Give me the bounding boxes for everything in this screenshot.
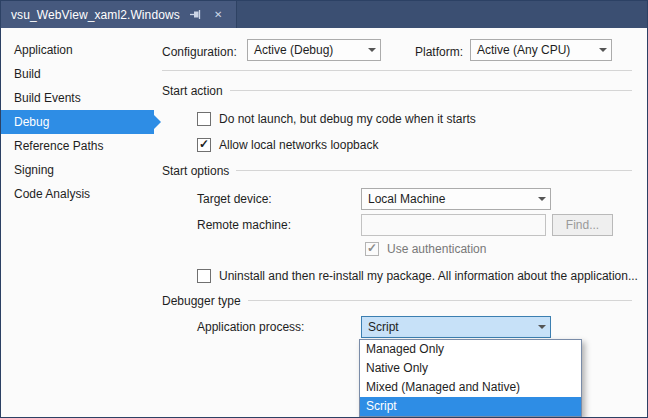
- checkbox-label: Allow local networks loopback: [219, 138, 378, 152]
- check-icon: ✓: [199, 138, 209, 150]
- checkbox-box[interactable]: ✓: [197, 138, 211, 152]
- chevron-down-icon: [533, 189, 550, 209]
- document-tab-title: vsu_WebView_xaml2.Windows: [11, 8, 180, 22]
- configuration-value: Active (Debug): [248, 40, 363, 60]
- checkbox-box[interactable]: [197, 269, 211, 283]
- target-device-select[interactable]: Local Machine: [361, 188, 551, 210]
- start-action-title: Start action: [162, 84, 223, 98]
- sidebar-item-code-analysis[interactable]: Code Analysis: [1, 182, 154, 206]
- debugger-type-title: Debugger type: [162, 294, 241, 308]
- section-divider: [248, 300, 632, 301]
- application-process-value: Script: [362, 317, 533, 337]
- dropdown-option-managed-only[interactable]: Managed Only: [360, 340, 581, 359]
- start-action-section-header: Start action: [162, 83, 632, 98]
- remote-machine-input[interactable]: [361, 214, 546, 236]
- chevron-down-icon: [363, 40, 380, 60]
- chevron-down-icon: [594, 40, 611, 60]
- dropdown-option-native-only[interactable]: Native Only: [360, 359, 581, 378]
- sidebar: Application Build Build Events Debug Ref…: [1, 28, 154, 417]
- debugger-type-section-header: Debugger type: [162, 293, 632, 308]
- sidebar-item-build-events[interactable]: Build Events: [1, 86, 154, 110]
- pin-icon[interactable]: [188, 7, 203, 22]
- checkbox-do-not-launch[interactable]: Do not launch, but debug my code when it…: [197, 111, 476, 127]
- checkbox-box[interactable]: ✓: [365, 242, 379, 256]
- sidebar-item-build[interactable]: Build: [1, 62, 154, 86]
- application-process-select[interactable]: Script: [361, 316, 551, 338]
- configuration-select[interactable]: Active (Debug): [247, 39, 381, 61]
- sidebar-item-signing[interactable]: Signing: [1, 158, 154, 182]
- chevron-down-icon: [533, 317, 550, 337]
- platform-value: Active (Any CPU): [471, 40, 594, 60]
- sidebar-item-debug[interactable]: Debug: [1, 110, 154, 134]
- remote-machine-label: Remote machine:: [197, 214, 291, 236]
- sidebar-item-application[interactable]: Application: [1, 38, 154, 62]
- application-process-label: Application process:: [197, 316, 304, 338]
- document-tab-bar: vsu_WebView_xaml2.Windows ✕: [1, 1, 647, 28]
- application-process-dropdown: Managed Only Native Only Mixed (Managed …: [359, 339, 582, 417]
- document-tab[interactable]: vsu_WebView_xaml2.Windows ✕: [1, 1, 237, 28]
- close-icon[interactable]: ✕: [211, 7, 226, 22]
- platform-label: Platform:: [415, 41, 463, 63]
- find-button[interactable]: Find...: [552, 214, 613, 236]
- checkbox-label: Uninstall and then re-install my package…: [219, 269, 638, 283]
- config-divider: [162, 70, 632, 71]
- project-properties-window: vsu_WebView_xaml2.Windows ✕ Application …: [0, 0, 648, 418]
- dropdown-option-script[interactable]: Script: [360, 397, 581, 416]
- sidebar-item-reference-paths[interactable]: Reference Paths: [1, 134, 154, 158]
- target-device-label: Target device:: [197, 188, 272, 210]
- dropdown-option-mixed[interactable]: Mixed (Managed and Native): [360, 378, 581, 397]
- checkbox-box[interactable]: [197, 112, 211, 126]
- checkbox-uninstall-reinstall[interactable]: Uninstall and then re-install my package…: [197, 268, 638, 284]
- target-device-value: Local Machine: [362, 189, 533, 209]
- section-divider: [230, 90, 632, 91]
- checkbox-label: Use authentication: [387, 242, 486, 256]
- start-options-title: Start options: [162, 164, 229, 178]
- check-icon: ✓: [367, 242, 377, 254]
- checkbox-use-authentication[interactable]: ✓ Use authentication: [365, 241, 486, 257]
- start-options-section-header: Start options: [162, 163, 632, 178]
- checkbox-allow-loopback[interactable]: ✓ Allow local networks loopback: [197, 137, 378, 153]
- section-divider: [236, 170, 632, 171]
- checkbox-label: Do not launch, but debug my code when it…: [219, 112, 476, 126]
- platform-select[interactable]: Active (Any CPU): [470, 39, 612, 61]
- configuration-label: Configuration:: [162, 41, 237, 63]
